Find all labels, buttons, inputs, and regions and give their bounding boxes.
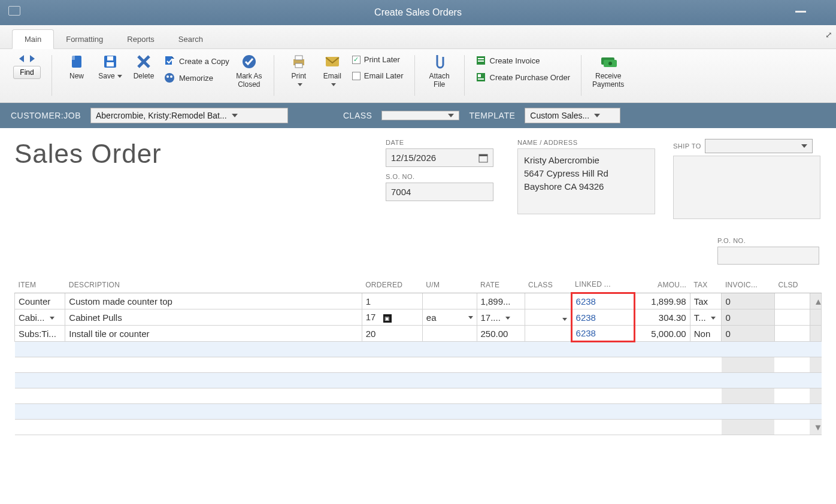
cell-rate[interactable]: 1,899...: [477, 293, 525, 309]
table-row-empty[interactable]: [15, 404, 822, 420]
tab-main[interactable]: Main: [12, 29, 54, 49]
memorize-button[interactable]: Memorize: [163, 71, 229, 85]
scrollbar-track[interactable]: [810, 309, 821, 326]
window-system-icon[interactable]: [8, 6, 20, 16]
print-later-checkbox[interactable]: ✓ Print Later: [352, 54, 404, 65]
create-po-button[interactable]: Create Purchase Order: [475, 71, 570, 84]
scrollbar-track[interactable]: ▲: [810, 293, 821, 309]
attach-file-button[interactable]: Attach File: [426, 54, 453, 89]
scrollbar-track[interactable]: [810, 326, 821, 342]
chevron-down-icon: [232, 114, 238, 117]
tab-search[interactable]: Search: [166, 30, 215, 48]
cell-tax[interactable]: Non: [690, 326, 722, 342]
cell-tax[interactable]: T...: [690, 309, 722, 326]
so-no-field[interactable]: 7004: [386, 183, 493, 201]
table-row[interactable]: CounterCustom made counter top11,899...6…: [15, 293, 822, 309]
name-address-label: NAME / ADDRESS: [517, 139, 661, 146]
table-row-empty[interactable]: [15, 388, 822, 404]
cell-tax[interactable]: Tax: [690, 293, 722, 309]
mark-closed-button[interactable]: Mark As Closed: [235, 54, 263, 89]
new-button[interactable]: New: [63, 54, 90, 80]
date-field[interactable]: 12/15/2026: [386, 148, 493, 167]
create-copy-button[interactable]: Create a Copy: [163, 54, 229, 68]
find-button[interactable]: Find: [13, 66, 40, 79]
col-tax[interactable]: TAX: [690, 277, 722, 293]
cell-um[interactable]: ea: [422, 309, 477, 326]
cell-class[interactable]: [525, 309, 571, 326]
expand-icon[interactable]: ⤢: [825, 30, 832, 40]
customer-job-dropdown[interactable]: Abercrombie, Kristy:Remodel Bat...: [90, 108, 288, 123]
table-row-empty[interactable]: ▼: [15, 420, 822, 435]
minimize-button[interactable]: [795, 11, 806, 13]
cell-class[interactable]: [525, 326, 571, 342]
col-um[interactable]: U/M: [422, 277, 477, 293]
cell-description[interactable]: Install tile or counter: [65, 326, 362, 342]
email-later-checkbox[interactable]: Email Later: [352, 70, 404, 81]
delete-button[interactable]: Delete: [130, 54, 157, 80]
cell-invoiced[interactable]: 0: [722, 326, 775, 342]
cell-um[interactable]: [422, 326, 477, 342]
cell-linked[interactable]: 6238: [571, 326, 634, 342]
cell-clsd[interactable]: [774, 309, 810, 326]
table-row-empty[interactable]: [15, 357, 822, 373]
email-button[interactable]: Email: [319, 54, 346, 89]
template-dropdown[interactable]: Custom Sales...: [525, 108, 620, 123]
calculator-icon[interactable]: ▣: [383, 314, 392, 323]
col-amount[interactable]: AMOU...: [634, 277, 690, 293]
cell-class[interactable]: [525, 293, 571, 309]
col-ordered[interactable]: ORDERED: [362, 277, 422, 293]
cell-ordered[interactable]: 20: [362, 326, 422, 342]
table-row-empty[interactable]: [15, 342, 822, 357]
save-button[interactable]: Save: [96, 54, 124, 80]
col-rate[interactable]: RATE: [477, 277, 525, 293]
cell-rate[interactable]: 17....: [477, 309, 525, 326]
cell-description[interactable]: Custom made counter top: [65, 293, 362, 309]
ship-to-dropdown[interactable]: [705, 139, 813, 153]
cell-linked[interactable]: 6238: [571, 293, 634, 309]
table-row-empty[interactable]: [15, 373, 822, 388]
cell-rate[interactable]: 250.00: [477, 326, 525, 342]
cell-ordered[interactable]: 1: [362, 293, 422, 309]
cell-ordered[interactable]: 17 ▣: [362, 309, 422, 326]
ship-to-field[interactable]: [673, 156, 820, 219]
table-row[interactable]: Subs:Ti...Install tile or counter20250.0…: [15, 326, 822, 342]
col-description[interactable]: DESCRIPTION: [65, 277, 362, 293]
cell-amount[interactable]: 5,000.00: [634, 326, 690, 342]
col-class[interactable]: CLASS: [525, 277, 571, 293]
cell-um[interactable]: [422, 293, 477, 309]
cell-description[interactable]: Cabinet Pulls: [65, 309, 362, 326]
cell-invoiced[interactable]: 0: [722, 293, 775, 309]
po-no-field[interactable]: [717, 247, 819, 265]
svg-rect-29: [479, 154, 487, 156]
receive-payments-button[interactable]: Receive Payments: [592, 54, 624, 89]
cell-item[interactable]: Cabi...: [15, 309, 65, 326]
next-record-icon[interactable]: [28, 54, 37, 63]
table-row[interactable]: Cabi... Cabinet Pulls17 ▣ea 17.... 62383…: [15, 309, 822, 326]
cell-amount[interactable]: 304.30: [634, 309, 690, 326]
svg-rect-3: [70, 55, 75, 60]
cell-invoiced[interactable]: 0: [722, 309, 775, 326]
col-item[interactable]: ITEM: [15, 277, 65, 293]
tab-reports[interactable]: Reports: [115, 30, 166, 48]
col-invoiced[interactable]: INVOIC...: [722, 277, 775, 293]
class-dropdown[interactable]: [381, 111, 459, 120]
class-label: CLASS: [343, 111, 372, 120]
po-no-label: P.O. NO.: [717, 237, 819, 244]
cell-clsd[interactable]: [774, 326, 810, 342]
create-invoice-button[interactable]: Create Invoice: [475, 54, 570, 67]
calendar-icon[interactable]: [478, 153, 488, 163]
cell-item[interactable]: Counter: [15, 293, 65, 309]
cell-amount[interactable]: 1,899.98: [634, 293, 690, 309]
prev-record-icon[interactable]: [17, 54, 26, 63]
chevron-down-icon: [448, 114, 454, 117]
print-button[interactable]: Print: [285, 54, 313, 89]
name-address-field[interactable]: Kristy Abercrombie 5647 Cypress Hill Rd …: [517, 148, 655, 214]
tab-formatting[interactable]: Formatting: [54, 30, 115, 48]
mark-closed-icon: [241, 54, 258, 69]
cell-clsd[interactable]: [774, 293, 810, 309]
col-clsd[interactable]: CLSD: [774, 277, 810, 293]
col-linked[interactable]: LINKED ...: [571, 277, 634, 293]
cell-linked[interactable]: 6238: [571, 309, 634, 326]
cell-item[interactable]: Subs:Ti...: [15, 326, 65, 342]
new-icon: [68, 54, 85, 69]
